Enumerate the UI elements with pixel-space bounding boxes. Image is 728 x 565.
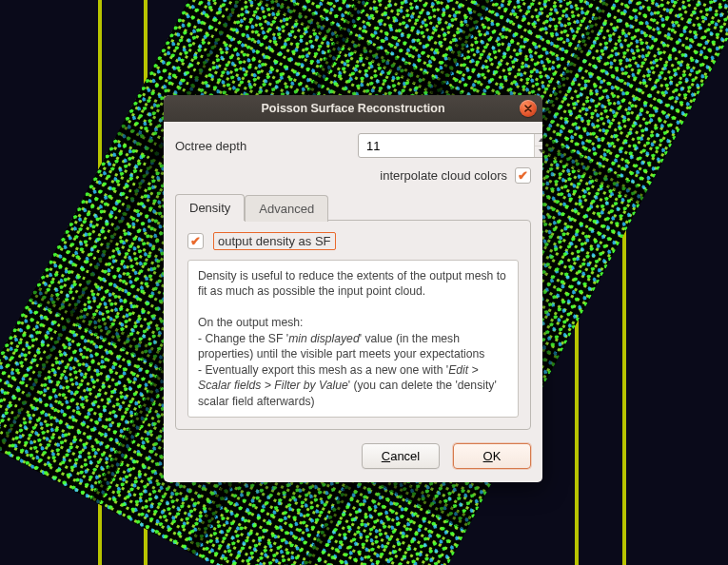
chevron-down-icon — [539, 149, 543, 153]
tab-density[interactable]: Density — [175, 194, 245, 221]
close-button[interactable] — [520, 100, 537, 117]
dialog-title: Poisson Surface Reconstruction — [261, 102, 444, 115]
octree-depth-step-up[interactable] — [535, 134, 542, 146]
octree-depth-step-down[interactable] — [535, 146, 542, 158]
octree-depth-label: Octree depth — [175, 139, 358, 153]
density-info-text: Density is useful to reduce the extents … — [187, 260, 519, 418]
dialog-titlebar[interactable]: Poisson Surface Reconstruction — [164, 95, 542, 122]
tab-panel-density: output density as SF Density is useful t… — [175, 220, 531, 430]
interpolate-colors-checkbox[interactable] — [515, 167, 531, 184]
cancel-button[interactable]: Cancel — [362, 443, 440, 469]
output-density-label: output density as SF — [213, 232, 336, 250]
poisson-reconstruction-dialog: Poisson Surface Reconstruction Octree de… — [164, 95, 542, 482]
octree-depth-input[interactable] — [359, 134, 534, 157]
ok-button[interactable]: OK — [453, 443, 531, 469]
chevron-up-icon — [539, 138, 543, 142]
close-icon — [524, 105, 532, 112]
output-density-checkbox[interactable] — [187, 233, 204, 249]
tab-advanced[interactable]: Advanced — [245, 195, 328, 222]
tabs: Density Advanced — [175, 193, 531, 220]
octree-depth-spinbox[interactable] — [358, 133, 542, 158]
interpolate-colors-label: interpolate cloud colors — [380, 168, 507, 183]
